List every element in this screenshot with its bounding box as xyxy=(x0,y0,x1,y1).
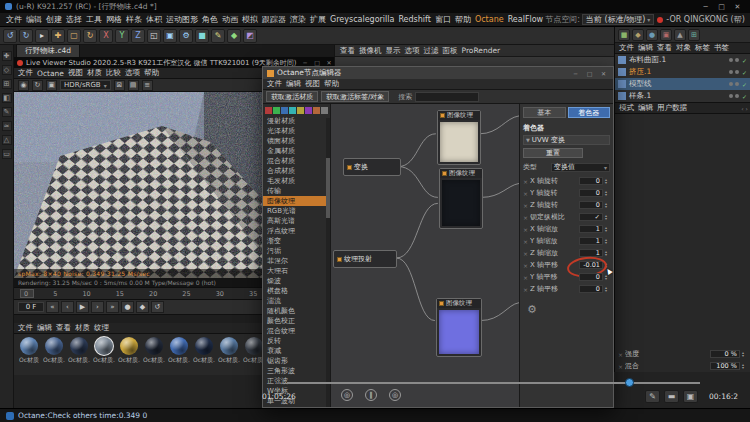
uvw-transform-group[interactable]: ▼ UVW 变换 xyxy=(523,135,610,145)
spinner-icon[interactable] xyxy=(605,178,610,184)
menu-item[interactable]: 工具 xyxy=(84,14,104,25)
node-type-item[interactable]: 颜色校正 xyxy=(263,316,330,326)
menu-item[interactable]: 选择 xyxy=(64,14,84,25)
attribute-value[interactable]: 100 % xyxy=(710,362,740,370)
spline-pen-icon[interactable]: ✎ xyxy=(211,29,225,43)
menu-item[interactable]: Greyscalegorilla xyxy=(328,15,396,24)
object-menu-item[interactable]: 书签 xyxy=(712,43,731,53)
settings-icon[interactable]: ≡ xyxy=(142,80,153,91)
deformer-icon[interactable]: ◩ xyxy=(243,29,257,43)
样条.1[interactable]: 样条.1 ✓ xyxy=(615,90,750,102)
anim-dot-icon[interactable]: × xyxy=(523,262,528,269)
magnet-icon[interactable]: ≈ xyxy=(2,121,12,131)
undo-icon[interactable]: ↺ xyxy=(3,29,17,43)
spinner-icon[interactable] xyxy=(605,238,610,244)
filter-material-chip[interactable] xyxy=(265,107,272,114)
parameter-row[interactable]: × 锁定纵横比 ✓ xyxy=(523,211,610,223)
anim-dot-icon[interactable]: × xyxy=(523,202,528,209)
anim-dot-icon[interactable]: × xyxy=(523,178,528,185)
node-type-item[interactable]: 大理石 xyxy=(263,266,330,276)
parameter-value[interactable]: 1 xyxy=(579,225,603,233)
viewport-menu-item[interactable]: 选项 xyxy=(403,46,422,56)
node-type-item[interactable]: 反转 xyxy=(263,336,330,346)
attribute-row[interactable]: × 混合 100 % xyxy=(615,360,750,372)
parameter-row[interactable]: × X 轴缩放 1 xyxy=(523,223,610,235)
node-type-item[interactable]: 随机颜色 xyxy=(263,306,330,316)
keyframe-icon[interactable]: ◆ xyxy=(136,301,149,313)
render-node-icon[interactable]: ◎ xyxy=(341,389,353,401)
document-tab[interactable]: 行野物味.c4d xyxy=(16,44,80,57)
node-type-item[interactable]: 菲涅尔 xyxy=(263,256,330,266)
visibility-dots[interactable] xyxy=(729,70,739,74)
anim-dot-icon[interactable]: × xyxy=(523,286,528,293)
node-port-icon[interactable] xyxy=(440,113,445,118)
attribute-menu-item[interactable]: 用户数据 xyxy=(655,103,689,113)
Oc材质.5[interactable]: Oc材质.5 xyxy=(143,337,165,365)
loop-icon[interactable]: ↺ xyxy=(151,301,164,313)
spinner-icon[interactable] xyxy=(605,226,610,232)
viewer-menu-item[interactable]: 材质 xyxy=(85,68,104,78)
material-menu-item[interactable]: 查看 xyxy=(54,323,73,333)
close-button[interactable]: ✕ xyxy=(598,70,609,77)
menu-item[interactable]: 样条 xyxy=(124,14,144,25)
type-select[interactable]: 变换值▾ xyxy=(551,163,610,172)
viewer-menu-item[interactable]: 视图 xyxy=(66,68,85,78)
filter-c4d-chip[interactable] xyxy=(321,107,328,114)
parameter-row[interactable]: × Y 轴平移 0 xyxy=(523,271,610,283)
Oc材质.8[interactable]: Oc材质.8 xyxy=(218,337,240,365)
display-mode-select[interactable]: HDR/sRGB▾ xyxy=(60,80,111,90)
parameter-value[interactable]: 0 xyxy=(579,177,603,185)
anim-dot-icon[interactable]: × xyxy=(523,190,528,197)
render-start-icon[interactable]: ◉ xyxy=(18,80,29,91)
menu-item[interactable]: 窗口 xyxy=(433,14,453,25)
node-port-icon[interactable] xyxy=(337,257,342,262)
node-type-item[interactable]: RGB光谱 xyxy=(263,206,330,216)
visibility-dots[interactable] xyxy=(729,82,739,86)
play-icon[interactable]: ▶ xyxy=(76,301,89,313)
node-type-item[interactable]: 传输 xyxy=(263,186,330,196)
menu-item[interactable]: 文件 xyxy=(4,14,24,25)
viewport-menu-item[interactable]: ProRender xyxy=(460,46,503,55)
layout-spline-icon[interactable]: ◆ xyxy=(632,29,644,41)
menu-item[interactable]: 创建 xyxy=(44,14,64,25)
layout-tag-icon[interactable]: ▲ xyxy=(674,29,686,41)
pencil-icon[interactable]: ✎ xyxy=(645,390,660,403)
node-transform[interactable]: 变换 xyxy=(343,158,401,176)
menu-item[interactable]: 渲染 xyxy=(288,14,308,25)
next-key-icon[interactable]: › xyxy=(91,301,104,313)
menu-item[interactable]: 网格 xyxy=(104,14,124,25)
object-menu-item[interactable]: 标签 xyxy=(693,43,712,53)
node-port-icon[interactable] xyxy=(442,171,447,176)
viewer-menu-item[interactable]: 帮助 xyxy=(142,68,161,78)
maximize-button[interactable]: □ xyxy=(714,3,729,11)
minimize-button[interactable]: ─ xyxy=(698,3,713,11)
coord-system-icon[interactable]: ◱ xyxy=(147,29,161,43)
menu-item[interactable]: 角色 xyxy=(200,14,220,25)
pen-icon[interactable]: ✎ xyxy=(2,107,12,117)
current-frame-field[interactable]: 0 F xyxy=(18,302,44,312)
node-type-item[interactable]: 光泽材质 xyxy=(263,126,330,136)
snap-icon[interactable]: ⊞ xyxy=(2,79,12,89)
parameter-value[interactable]: -0.01 xyxy=(579,261,603,269)
maximize-button[interactable]: □ xyxy=(584,70,595,77)
node-type-item[interactable]: 衰减 xyxy=(263,346,330,356)
anim-dot-icon[interactable]: × xyxy=(523,274,528,281)
anim-dot-icon[interactable]: × xyxy=(618,351,623,358)
node-type-item[interactable]: 毛发材质 xyxy=(263,176,330,186)
menu-item[interactable]: 模拟 xyxy=(240,14,260,25)
object-menu-item[interactable]: 编辑 xyxy=(636,43,655,53)
axis-icon[interactable]: ◇ xyxy=(2,65,12,75)
viewport-menu-item[interactable]: 查看 xyxy=(338,46,357,56)
挤压.1[interactable]: 挤压.1 ✓ xyxy=(615,66,750,78)
Oc材质.4[interactable]: Oc材质.4 xyxy=(118,337,140,365)
attribute-row[interactable]: × 强度 0 % xyxy=(615,348,750,360)
picture-icon[interactable]: ▣ xyxy=(683,390,698,403)
object-menu-item[interactable]: 文件 xyxy=(617,43,636,53)
filter-environment-chip[interactable] xyxy=(297,107,304,114)
history-arrows-icon[interactable]: ‹ › xyxy=(741,105,748,112)
node-type-item[interactable]: 漫射材质 xyxy=(263,116,330,126)
enabled-check-icon[interactable]: ✓ xyxy=(742,69,747,76)
x-lock-icon[interactable]: X xyxy=(99,29,113,43)
anim-dot-icon[interactable]: × xyxy=(523,214,528,221)
node-editor-titlebar[interactable]: Octane节点编辑器 ─ □ ✕ xyxy=(263,67,613,79)
